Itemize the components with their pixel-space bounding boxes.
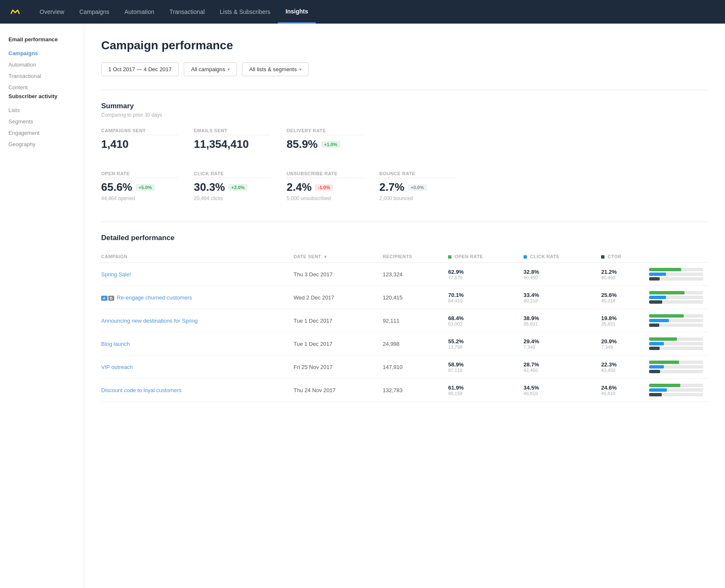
stat-bounce-rate-sub: 2,000 bounced: [379, 195, 455, 201]
open-rate-value: 55.2%: [448, 338, 518, 345]
delivery-rate-badge: +1.0%: [321, 141, 341, 148]
open-count: 84,410: [448, 298, 518, 303]
open-rate-bar-row: [649, 337, 703, 341]
ctor-bar-row: [649, 393, 703, 396]
nav-item-transactional[interactable]: Transactional: [162, 0, 212, 24]
ctor-bar-bg: [649, 300, 703, 304]
sidebar-item-segments[interactable]: Segments: [8, 116, 75, 127]
table-row: Blog launchTue 1 Dec 201724,99855.2%13,7…: [101, 332, 708, 355]
ctor-dot-icon: [601, 255, 604, 259]
open-rate-dot-icon: [448, 255, 451, 259]
campaign-link[interactable]: Blog launch: [101, 341, 130, 347]
summary-section: Summary Comparing to prior 30 days CAMPA…: [101, 102, 708, 210]
click-rate-cell: 29.4%7,349: [524, 332, 601, 355]
mini-bar-group: [649, 291, 703, 304]
open-rate-bar-row: [649, 268, 703, 271]
ctor-count: 35,831: [601, 321, 644, 326]
click-rate-bar-row: [649, 319, 703, 322]
campaign-name-cell: ABRe-engage churned customers: [101, 286, 293, 309]
nav-item-automation[interactable]: Automation: [117, 0, 162, 24]
stat-bounce-rate: BOUNCE RATE 2.7% +0.0% 2,000 bounced: [379, 171, 455, 210]
segment-filter[interactable]: All lists & segments ▾: [242, 62, 309, 76]
sidebar: Email performance Campaigns Automation T…: [0, 24, 84, 588]
click-rate-bar-bg: [649, 365, 703, 369]
divider-mid: [101, 222, 708, 222]
open-rate-cell: 70.1%84,410: [448, 286, 524, 309]
open-rate-cell: 61.9%90,159: [448, 379, 524, 402]
stat-open-rate-value: 65.6% +5.0%: [101, 181, 177, 194]
date-range-filter[interactable]: 1 Oct 2017 — 4 Dec 2017: [101, 62, 179, 76]
open-rate-cell: 62.9%77,570: [448, 263, 524, 286]
click-rate-dot-icon: [524, 255, 527, 259]
campaign-link[interactable]: Re-engage churned customers: [117, 294, 192, 301]
click-rate-value: 32.8%: [524, 269, 596, 275]
th-date-sent[interactable]: DATE SENT ▼: [293, 251, 383, 263]
bar-chart-cell: [649, 379, 708, 402]
stat-delivery-rate: DELIVERY RATE 85.9% +1.0%: [287, 128, 362, 159]
ctor-bar-row: [649, 300, 703, 304]
campaign-name-cell: VIP outreach: [101, 355, 293, 379]
nav-item-insights[interactable]: Insights: [278, 0, 316, 24]
nav-item-overview[interactable]: Overview: [32, 0, 72, 24]
click-rate-bar: [649, 365, 664, 369]
bar-chart-cell: [649, 309, 708, 332]
campaign-name-cell: Discount code to loyal customers: [101, 379, 293, 402]
ctor-bar-row: [649, 370, 703, 373]
click-rate-bar-row: [649, 388, 703, 392]
click-rate-bar-bg: [649, 342, 703, 345]
open-count: 13,798: [448, 345, 518, 350]
campaign-link[interactable]: Spring Sale!: [101, 271, 131, 278]
click-rate-bar-row: [649, 365, 703, 369]
stat-click-rate-value: 30.3% +2.0%: [194, 181, 270, 194]
table-row: Spring Sale!Thu 3 Dec 2017123,32462.9%77…: [101, 263, 708, 286]
sidebar-item-campaigns[interactable]: Campaigns: [8, 48, 75, 59]
date-sent-cell: Fri 25 Nov 2017: [293, 355, 383, 379]
main-layout: Email performance Campaigns Automation T…: [0, 24, 725, 588]
sidebar-item-geography[interactable]: Geography: [8, 139, 75, 150]
stat-unsub-rate-value: 2.4% -1.0%: [287, 181, 362, 194]
click-rate-cell: 34.5%45,810: [524, 379, 601, 402]
ctor-value: 25.6%: [601, 292, 644, 298]
click-rate-cell: 32.8%40,450: [524, 263, 601, 286]
sidebar-item-automation[interactable]: Automation: [8, 59, 75, 70]
click-rate-bar: [649, 273, 666, 276]
th-click-rate: CLICK RATE: [524, 251, 601, 263]
open-rate-bar-bg: [649, 291, 703, 294]
nav-item-lists-subscribers[interactable]: Lists & Subscribers: [212, 0, 278, 24]
mini-bar-group: [649, 337, 703, 350]
open-count: 90,159: [448, 391, 518, 396]
sidebar-item-lists[interactable]: Lists: [8, 104, 75, 116]
logo[interactable]: [8, 7, 22, 17]
campaign-filter-value: All campaigns: [191, 66, 225, 72]
click-rate-bar-row: [649, 342, 703, 345]
ctor-bar: [649, 347, 660, 350]
detailed-section: Detailed performance CAMPAIGN DATE SENT …: [101, 234, 708, 402]
sidebar-item-engagement[interactable]: Engagement: [8, 127, 75, 139]
mini-bar-group: [649, 268, 703, 281]
open-rate-bar: [649, 268, 681, 271]
ctor-bar: [649, 300, 662, 304]
open-rate-cell: 68.4%63,003: [448, 309, 524, 332]
campaign-link[interactable]: Announcing new destinations for Spring: [101, 318, 198, 324]
sidebar-item-transactional[interactable]: Transactional: [8, 70, 75, 82]
sidebar-item-content[interactable]: Content: [8, 82, 75, 93]
click-count: 35,831: [524, 321, 596, 326]
nav-item-campaigns[interactable]: Campaigns: [72, 0, 117, 24]
table-row: VIP outreachFri 25 Nov 2017147,91058.9%8…: [101, 355, 708, 379]
campaign-link[interactable]: Discount code to loyal customers: [101, 387, 182, 393]
campaign-filter[interactable]: All campaigns ▾: [184, 62, 237, 76]
campaign-link[interactable]: VIP outreach: [101, 364, 133, 370]
stat-open-rate-sub: 44,464 opened: [101, 195, 177, 201]
summary-subtitle: Comparing to prior 30 days: [101, 112, 708, 118]
click-rate-cell: 38.9%35,831: [524, 309, 601, 332]
ctor-bar-row: [649, 347, 703, 350]
sort-arrow-icon: ▼: [323, 254, 328, 259]
click-rate-bar: [649, 388, 667, 392]
click-count: 45,810: [524, 391, 596, 396]
campaign-name-cell: Blog launch: [101, 332, 293, 355]
divider-top: [101, 90, 708, 90]
main-content: Campaign performance 1 Oct 2017 — 4 Dec …: [84, 24, 725, 588]
campaign-name-cell: Spring Sale!: [101, 263, 293, 286]
stat-bounce-rate-label: BOUNCE RATE: [379, 171, 455, 178]
click-rate-bar-row: [649, 296, 703, 299]
